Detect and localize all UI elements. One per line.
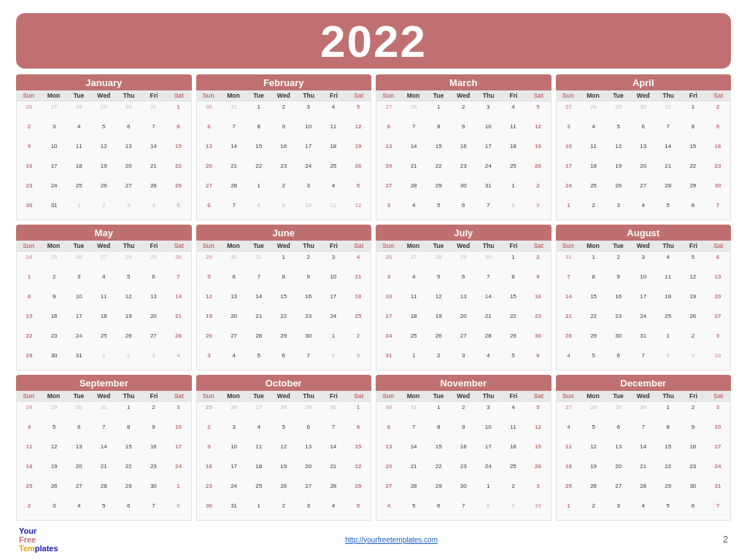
day-cell: 9 [451, 121, 476, 141]
day-header-thu: Thu [296, 391, 321, 401]
day-cell: 29 [42, 402, 66, 421]
day-cell: 6 [197, 200, 222, 219]
day-cell: 28 [222, 180, 247, 200]
day-cell: 4 [91, 271, 116, 291]
day-cell: 30 [631, 402, 656, 421]
day-cell: 29 [166, 180, 190, 200]
day-header-sat: Sat [526, 90, 551, 101]
month-block-august: AugustSunMonTueWedThuFriSat3112345678910… [556, 225, 732, 370]
day-cell: 16 [705, 141, 730, 160]
day-cell: 14 [557, 291, 581, 311]
day-header-thu: Thu [116, 241, 141, 251]
day-cell: 11 [17, 441, 42, 461]
day-cell: 29 [346, 481, 371, 500]
day-header-wed: Wed [631, 90, 656, 101]
day-cell: 4 [401, 271, 426, 291]
day-cell: 22 [116, 461, 141, 481]
day-cell: 18 [500, 141, 525, 160]
day-header-wed: Wed [91, 241, 116, 251]
month-header-february: February [196, 74, 372, 90]
footer-url[interactable]: http://yourfreetemplates.com [345, 536, 438, 544]
day-cell: 23 [271, 160, 296, 180]
day-cell: 6 [197, 121, 222, 141]
day-cell: 12 [197, 291, 222, 311]
day-cell: 24 [17, 252, 42, 271]
day-cell: 29 [606, 402, 631, 421]
day-cell: 23 [141, 461, 166, 481]
day-cell: 7 [222, 121, 247, 141]
day-cell: 2 [141, 402, 166, 421]
day-cell: 9 [451, 421, 476, 441]
day-cell: 3 [42, 500, 66, 520]
day-cell: 27 [451, 330, 476, 350]
day-cell: 14 [401, 441, 426, 461]
day-cell: 27 [197, 180, 222, 200]
day-cell: 12 [346, 200, 371, 219]
day-cell: 20 [116, 160, 141, 180]
day-cell: 5 [91, 121, 116, 141]
day-header-sat: Sat [526, 241, 551, 251]
day-cell: 5 [346, 180, 371, 200]
day-cell: 23 [451, 160, 476, 180]
day-cell: 27 [557, 101, 581, 121]
day-header-mon: Mon [41, 90, 66, 101]
day-cell: 30 [197, 500, 222, 520]
day-cell: 9 [681, 421, 705, 441]
day-header-wed: Wed [451, 241, 476, 251]
day-cell: 13 [451, 291, 476, 311]
day-cell: 20 [451, 311, 476, 330]
day-cell: 7 [557, 271, 581, 291]
day-cell: 19 [525, 141, 550, 160]
day-cell: 31 [222, 500, 247, 520]
day-cell: 28 [476, 330, 500, 350]
day-header-mon: Mon [41, 241, 66, 251]
day-cell: 15 [271, 291, 296, 311]
day-cell: 13 [376, 441, 401, 461]
month-header-september: September [16, 375, 192, 391]
day-cell: 7 [476, 271, 500, 291]
day-header-thu: Thu [296, 241, 321, 251]
day-header-mon: Mon [221, 391, 246, 401]
day-cell: 11 [66, 141, 91, 160]
day-header-fri: Fri [501, 241, 526, 251]
day-cell: 27 [42, 101, 66, 121]
day-cell: 2 [271, 180, 296, 200]
day-cell: 2 [346, 330, 371, 350]
footer-page: 2 [723, 534, 728, 545]
day-cell: 5 [401, 500, 426, 520]
day-cell: 1 [426, 402, 451, 421]
day-header-mon: Mon [221, 241, 246, 251]
day-cell: 31 [141, 101, 166, 121]
day-header-thu: Thu [116, 90, 141, 101]
day-cell: 8 [17, 291, 42, 311]
day-cell: 22 [17, 330, 42, 350]
day-cell: 20 [631, 160, 656, 180]
day-header-tue: Tue [426, 391, 451, 401]
day-cell: 27 [401, 252, 426, 271]
day-cell: 14 [222, 141, 247, 160]
day-cell: 22 [426, 461, 451, 481]
day-cell: 1 [681, 101, 705, 121]
day-cell: 25 [581, 180, 606, 200]
day-cell: 30 [116, 101, 141, 121]
day-cell: 3 [705, 330, 730, 350]
day-cell: 13 [296, 441, 321, 461]
day-cell: 31 [705, 481, 730, 500]
day-cell: 27 [376, 180, 401, 200]
day-header-wed: Wed [91, 90, 116, 101]
day-header-fri: Fri [321, 391, 346, 401]
day-cell: 25 [500, 160, 525, 180]
day-cell: 25 [401, 330, 426, 350]
day-cell: 3 [376, 271, 401, 291]
day-cell: 25 [321, 160, 346, 180]
day-cell: 8 [346, 421, 371, 441]
month-block-september: SeptemberSunMonTueWedThuFriSat2829303112… [16, 375, 192, 521]
day-cell: 18 [557, 461, 581, 481]
day-cell: 23 [296, 311, 321, 330]
day-header-sat: Sat [166, 241, 191, 251]
day-cell: 20 [66, 461, 91, 481]
day-header-fri: Fri [681, 391, 705, 401]
day-cell: 16 [525, 291, 550, 311]
day-cell: 28 [166, 330, 190, 350]
day-header-tue: Tue [246, 241, 271, 251]
